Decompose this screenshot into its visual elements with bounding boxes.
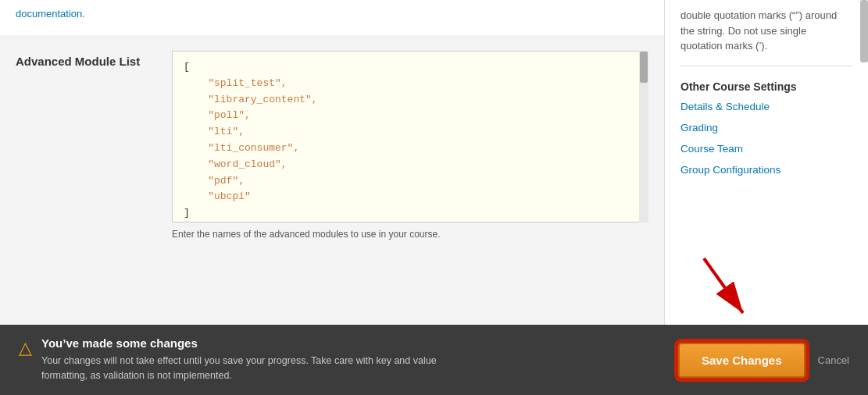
bottom-bar-text: You’ve made some changes Your changes wi… <box>41 336 479 383</box>
sidebar-link-grading[interactable]: Grading <box>680 122 852 133</box>
editor-scrollbar-track[interactable] <box>639 51 648 222</box>
sidebar-top-text: double quotation marks (“”) around the s… <box>680 0 852 66</box>
warning-icon: △ <box>19 338 32 358</box>
code-line-4: "lti", <box>184 126 245 137</box>
code-line-5: "lti_consumer", <box>184 142 299 154</box>
sidebar-top-line-2: the string. Do not use single <box>680 25 806 37</box>
bracket-open: [ <box>184 61 190 73</box>
module-label: Advanced Module List <box>16 51 156 240</box>
module-editor-container: [ "split_test", "library_content", "poll… <box>172 51 648 240</box>
code-line-3: "poll", <box>184 109 251 121</box>
sidebar-scrollbar[interactable] <box>860 0 868 62</box>
changes-description: Your changes will not take effect until … <box>41 354 479 383</box>
bottom-bar: △ You’ve made some changes Your changes … <box>0 325 868 395</box>
sidebar-link-group-configurations[interactable]: Group Configurations <box>680 164 852 176</box>
bracket-close: ] <box>184 207 190 219</box>
sidebar-link-details[interactable]: Details & Schedule <box>680 101 852 112</box>
save-changes-button[interactable]: Save Changes <box>678 343 805 378</box>
right-sidebar: double quotation marks (“”) around the s… <box>665 0 868 325</box>
code-line-7: "pdf", <box>184 175 245 187</box>
editor-scrollbar-thumb[interactable] <box>640 52 648 83</box>
sidebar-section-title: Other Course Settings <box>680 80 852 93</box>
bottom-bar-right: Save Changes Cancel <box>678 343 849 378</box>
top-strip: documentation. <box>0 0 664 35</box>
sidebar-link-course-team[interactable]: Course Team <box>680 143 852 155</box>
sidebar-top-line-1: double quotation marks (“”) around <box>680 9 837 21</box>
code-line-6: "word_cloud", <box>184 158 288 170</box>
doc-reference-text: documentation. <box>16 8 648 20</box>
module-section: Advanced Module List [ "split_test", "li… <box>0 35 664 255</box>
code-editor[interactable]: [ "split_test", "library_content", "poll… <box>172 51 648 222</box>
code-line-2: "library_content", <box>184 94 318 105</box>
left-panel: documentation. Advanced Module List [ "s… <box>0 0 665 325</box>
documentation-link[interactable]: documentation. <box>16 8 85 20</box>
cancel-link[interactable]: Cancel <box>818 354 849 366</box>
editor-hint: Enter the names of the advanced modules … <box>172 229 648 240</box>
sidebar-top-line-3: quotation marks (’). <box>680 40 767 52</box>
changes-title: You’ve made some changes <box>41 336 479 350</box>
code-line-1: "split_test", <box>184 77 288 89</box>
bottom-bar-left: △ You’ve made some changes Your changes … <box>19 336 678 383</box>
code-line-8: "ubcpi" <box>184 190 251 202</box>
code-editor-wrapper: [ "split_test", "library_content", "poll… <box>172 51 648 222</box>
